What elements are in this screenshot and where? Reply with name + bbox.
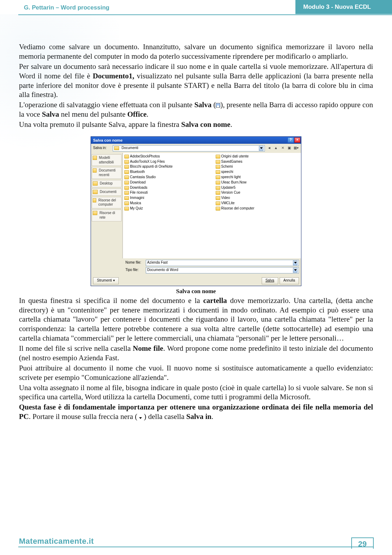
header-left: G. Pettarin – Word processing [24, 4, 109, 11]
save-as-dialog: Salva con nome ? × Salva in: Documenti ◄… [91, 136, 301, 286]
folder-icon [216, 170, 220, 174]
page-number: 29 [351, 537, 374, 549]
file-item[interactable]: Blocchi appunti di OneNote [124, 164, 209, 169]
places-item[interactable]: Documenti recenti [92, 167, 122, 179]
file-item[interactable]: Downloads [124, 185, 209, 191]
paragraph: Questa fase è di fondamentale importanza… [19, 402, 373, 421]
paragraph: Il nome del file si scrive nella casella… [19, 344, 373, 363]
new-folder-icon[interactable]: ▣ [286, 145, 292, 151]
paragraph: Una volta assegnato il nome al file, bis… [19, 383, 373, 402]
file-item[interactable]: Bluetooth [124, 169, 209, 175]
save-in-combo[interactable]: Documenti [113, 145, 265, 151]
file-item[interactable]: Video [216, 195, 300, 201]
paragraph: L'operazione di salvataggio viene effett… [19, 100, 373, 119]
folder-icon [216, 175, 220, 179]
header-right: Modulo 3 - Nuova ECDL [295, 0, 392, 14]
toolbar-icons: ◄ ▲ ✕ ▣ ▦▾ [266, 145, 299, 151]
filename-input[interactable]: Azienda Fast [146, 260, 299, 266]
paragraph: Per salvare un documento sarà necessario… [19, 62, 373, 100]
footer-site: Matematicamente.it [19, 537, 94, 546]
file-item[interactable]: speechi [216, 169, 300, 175]
up-folder-icon[interactable]: ▲ [273, 145, 279, 151]
tools-button[interactable]: Strumenti ▾ [93, 277, 119, 284]
folder-icon [216, 196, 220, 200]
folder-icon [124, 175, 129, 179]
file-item[interactable]: Camtasia Studio [124, 175, 209, 180]
file-item[interactable]: Download [124, 180, 209, 185]
header-rule [18, 14, 392, 15]
places-item[interactable]: Desktop [92, 180, 122, 187]
folder-icon [124, 160, 129, 164]
folder-icon [124, 165, 129, 169]
file-item[interactable]: Risorse del computer [216, 206, 300, 211]
places-bar: Modelli attendibiliDocumenti recentiDesk… [91, 153, 123, 258]
places-item[interactable]: Documenti [92, 188, 122, 196]
paragraph: In questa finestra si specifica il nome … [19, 296, 373, 343]
paragraph: Vediamo come salvare un documento. Innan… [19, 42, 373, 61]
folder-icon [93, 168, 97, 173]
folder-icon [124, 170, 129, 174]
views-icon[interactable]: ▦▾ [293, 145, 299, 151]
folder-icon [124, 181, 129, 185]
folder-icon [216, 155, 220, 159]
file-item[interactable]: Immagini [124, 195, 209, 201]
folder-icon [124, 155, 129, 159]
places-item[interactable]: Modelli attendibili [92, 154, 122, 166]
folder-icon [114, 146, 119, 150]
folder-icon [124, 191, 129, 195]
folder-icon [124, 201, 129, 205]
filename-label: Nome file: [125, 260, 144, 265]
filetype-label: Tipo file: [125, 268, 144, 272]
folder-icon [216, 191, 220, 195]
folder-icon [216, 160, 220, 164]
file-item[interactable]: Updater5 [216, 185, 300, 191]
folder-icon [216, 186, 220, 190]
file-item[interactable]: File ricevuti [124, 190, 209, 195]
folder-icon [93, 181, 98, 186]
folder-icon [216, 181, 220, 185]
save-in-label: Salva in: [93, 146, 111, 150]
folder-icon [124, 207, 129, 211]
page-footer: Matematicamente.it 29 [0, 547, 392, 549]
file-list[interactable]: AdobeStockPhotosAudioToolsX Log FilesBlo… [123, 153, 301, 258]
file-item[interactable]: Origini dati utente [216, 154, 300, 159]
figure-caption: Salva con nome [19, 288, 373, 295]
places-item[interactable]: Risorse del computer [92, 197, 122, 209]
paragraph: Puoi attribuire al documento il nome che… [19, 363, 373, 382]
chevron-down-icon[interactable] [293, 260, 298, 265]
file-item[interactable]: Uleac Burn.Now [216, 180, 300, 185]
save-button[interactable]: Salva [262, 277, 278, 284]
folder-icon [93, 156, 97, 160]
folder-icon [216, 165, 220, 169]
file-item[interactable]: Version Cue [216, 190, 300, 195]
close-button[interactable]: × [294, 137, 300, 143]
back-icon[interactable]: ◄ [266, 145, 272, 151]
folder-icon [124, 196, 129, 200]
help-button[interactable]: ? [288, 137, 294, 143]
cancel-button[interactable]: Annulla [280, 277, 299, 284]
file-item[interactable]: Schemi [216, 164, 300, 169]
file-item[interactable]: SavedGames [216, 159, 300, 164]
places-item[interactable]: Risorse di rete [92, 209, 122, 221]
folder-icon [93, 211, 97, 215]
file-item[interactable]: VMCLite [216, 201, 300, 206]
file-item[interactable]: Musica [124, 201, 209, 206]
file-item[interactable]: AdobeStockPhotos [124, 154, 209, 159]
delete-icon[interactable]: ✕ [280, 145, 286, 151]
filetype-input[interactable]: Documento di Word [146, 267, 299, 273]
page-header: G. Pettarin – Word processing Modulo 3 -… [0, 0, 392, 15]
chevron-down-icon[interactable] [293, 268, 298, 273]
chevron-down-icon[interactable] [259, 146, 263, 151]
folder-icon [216, 207, 220, 211]
dialog-titlebar[interactable]: Salva con nome ? × [91, 137, 301, 144]
file-item[interactable]: My Quiz [124, 206, 209, 211]
save-icon [216, 103, 220, 108]
folder-icon [124, 186, 129, 190]
dialog-title: Salva con nome [93, 138, 123, 143]
file-item[interactable]: AudioToolsX Log Files [124, 159, 209, 164]
folder-icon [93, 190, 98, 194]
file-item[interactable]: speechi light [216, 175, 300, 180]
folder-icon [93, 198, 96, 202]
folder-icon [216, 201, 220, 205]
footer-rule [18, 547, 374, 547]
